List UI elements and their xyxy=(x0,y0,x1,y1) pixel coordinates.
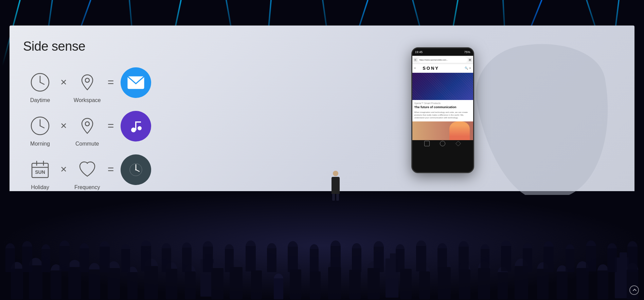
slide-title: Side sense xyxy=(23,39,278,54)
svg-rect-43 xyxy=(185,271,196,299)
svg-rect-101 xyxy=(79,248,89,272)
browser-url: https://www.xperiamobile.com... xyxy=(418,57,467,63)
svg-rect-25 xyxy=(11,269,23,299)
eq1-multiply: × xyxy=(60,77,67,96)
eq1-equals: = xyxy=(108,77,114,96)
svg-rect-89 xyxy=(620,252,627,261)
presenter xyxy=(330,171,341,201)
svg-rect-135 xyxy=(437,248,447,272)
svg-rect-119 xyxy=(267,248,276,272)
svg-rect-59 xyxy=(328,267,341,299)
svg-rect-153 xyxy=(627,247,638,272)
svg-point-9 xyxy=(131,128,136,132)
svg-rect-151 xyxy=(607,248,617,272)
svg-rect-147 xyxy=(566,249,574,272)
eq1-right: Workspace xyxy=(70,69,104,103)
audience-area xyxy=(0,191,644,300)
svg-rect-31 xyxy=(68,267,81,299)
eq3-multiply: × xyxy=(60,164,67,183)
svg-rect-29 xyxy=(51,270,61,299)
svg-rect-87 xyxy=(597,270,608,299)
svg-rect-83 xyxy=(557,271,568,299)
svg-rect-103 xyxy=(100,247,110,272)
svg-rect-129 xyxy=(374,247,384,272)
scroll-chevron[interactable] xyxy=(629,285,639,295)
eq2-right: Commute xyxy=(70,112,104,147)
svg-rect-93 xyxy=(5,248,15,272)
svg-point-22 xyxy=(135,169,137,170)
calendar-icon: SUN xyxy=(26,156,54,183)
svg-rect-143 xyxy=(523,248,532,272)
eq2-multiply: × xyxy=(60,120,67,139)
eq1-right-label: Workspace xyxy=(74,97,101,103)
svg-rect-65 xyxy=(390,253,396,262)
svg-rect-69 xyxy=(419,271,430,299)
eq1-result-icon xyxy=(121,67,151,98)
phone-bottom-image xyxy=(412,121,473,140)
svg-rect-105 xyxy=(121,249,130,272)
phone-battery: 75% xyxy=(464,50,470,54)
article-body: When imagination and technology and unit… xyxy=(414,111,471,119)
svg-rect-53 xyxy=(274,278,283,299)
eq2-left-label: Morning xyxy=(30,141,50,147)
eq2-result-icon xyxy=(121,111,151,141)
eq3-result-icon xyxy=(121,154,151,185)
svg-rect-75 xyxy=(478,268,490,299)
svg-rect-137 xyxy=(459,247,469,272)
svg-point-10 xyxy=(138,126,142,130)
eq3-right: Frequency xyxy=(70,156,104,190)
svg-rect-127 xyxy=(352,248,361,272)
phone-status-bar: 19:45 75% xyxy=(412,48,473,56)
phone-nav-bar xyxy=(412,140,473,147)
svg-rect-12 xyxy=(135,121,141,123)
audience-silhouettes xyxy=(0,191,644,300)
eq3-left-label: Holiday xyxy=(31,184,49,190)
svg-point-3 xyxy=(85,78,89,82)
phone-browser-bar: ≡ https://www.xperiamobile.com... ⊞ xyxy=(412,56,473,64)
svg-text:SUN: SUN xyxy=(35,169,45,175)
svg-rect-121 xyxy=(288,247,298,272)
svg-rect-133 xyxy=(416,246,426,271)
eq3-right-label: Frequency xyxy=(74,184,100,190)
scroll-indicator[interactable] xyxy=(629,285,639,295)
svg-rect-81 xyxy=(537,269,549,299)
svg-rect-117 xyxy=(246,246,256,271)
svg-rect-107 xyxy=(141,246,151,271)
phone-time: 19:45 xyxy=(415,50,423,54)
presenter-leg-left xyxy=(332,194,335,201)
phone-hero-image xyxy=(412,73,473,100)
svg-rect-125 xyxy=(330,246,341,271)
clock-icon-2 xyxy=(26,112,54,139)
svg-line-2 xyxy=(40,82,44,84)
equations-container: Daytime × Workspace = xyxy=(23,67,278,192)
svg-rect-141 xyxy=(501,246,511,271)
svg-rect-131 xyxy=(396,249,405,272)
svg-rect-63 xyxy=(368,268,380,299)
slide-left-panel: Side sense Daytime xyxy=(23,36,278,185)
svg-rect-77 xyxy=(498,272,508,299)
svg-rect-95 xyxy=(22,247,32,272)
svg-rect-51 xyxy=(251,270,262,299)
phone-mockup: 19:45 75% ≡ https://www.xperiamobile.com… xyxy=(411,47,474,173)
eq2-right-label: Commute xyxy=(75,141,99,147)
clock-icon-1 xyxy=(26,69,54,96)
phone-article: Xperia™ Smart Products The future of com… xyxy=(412,100,473,121)
svg-rect-111 xyxy=(182,248,192,272)
svg-rect-73 xyxy=(459,269,470,299)
svg-rect-47 xyxy=(211,268,223,299)
eq1-left: Daytime xyxy=(23,69,57,103)
hand-shadow xyxy=(468,32,624,195)
article-category: Xperia™ Smart Products xyxy=(414,102,471,104)
svg-rect-149 xyxy=(586,246,596,271)
woman-image xyxy=(449,121,470,140)
eq3-left: SUN Holiday xyxy=(23,156,57,190)
chevron-up-icon xyxy=(633,289,637,293)
svg-rect-123 xyxy=(310,249,319,272)
presenter-head xyxy=(333,171,338,176)
sony-logo: SONY xyxy=(423,66,439,71)
svg-rect-57 xyxy=(310,271,321,299)
eq2-equals: = xyxy=(108,120,114,139)
svg-rect-85 xyxy=(576,268,589,299)
presentation-screen: Side sense Daytime xyxy=(10,26,634,195)
svg-rect-109 xyxy=(162,248,171,272)
